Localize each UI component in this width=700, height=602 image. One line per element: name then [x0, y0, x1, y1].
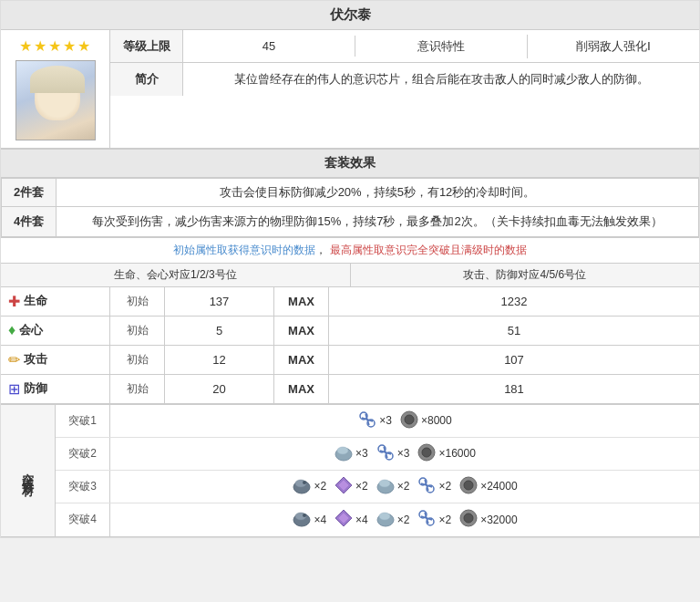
- attr-icon: ✚: [8, 293, 20, 310]
- info-section: 等级上限 45 意识特性 削弱敌人强化Ⅰ 简介 某位曾经存在的伟人的意识芯片，组…: [110, 30, 699, 148]
- attr-icon: ⊞: [8, 380, 20, 398]
- bt-content: ×4 ×4 ×2 ×2: [110, 503, 699, 536]
- attr-row: ⊞ 防御 初始 20 MAX 181: [1, 375, 699, 404]
- attr-name-cell: ♦ 会心: [1, 317, 110, 345]
- mat-item: ×2: [417, 475, 451, 498]
- bt-rows-group: 突破1 ×3 ×8000 突破2: [56, 405, 699, 536]
- attr-section: 初始属性取获得意识时的数据， 最高属性取意识完全突破且满级时的数据 生命、会心对…: [1, 237, 699, 404]
- mat-count: ×24000: [480, 480, 517, 493]
- mat-item: ×2: [417, 508, 451, 531]
- attr-init-val: 12: [165, 346, 274, 374]
- svg-point-7: [337, 447, 348, 454]
- set-effect-header: 套装效果: [1, 149, 699, 178]
- mat-item: ×2: [376, 475, 410, 498]
- mat-item: ×24000: [458, 475, 517, 498]
- mat-icon-crystal: [334, 508, 354, 531]
- title-text: 伏尔泰: [330, 6, 371, 22]
- mat-icon-scissors: [357, 410, 377, 432]
- mat-count: ×3: [397, 447, 410, 460]
- attr-label: 会心: [19, 322, 43, 338]
- character-art: [16, 61, 95, 140]
- attr-name-cell: ⊞ 防御: [1, 375, 110, 403]
- attr-init-label: 初始: [110, 346, 165, 374]
- mat-count: ×3: [379, 414, 392, 427]
- bt-inner-row: 突破1 ×3 ×8000: [56, 405, 699, 438]
- mat-count: ×2: [397, 514, 410, 526]
- attr-max-label: MAX: [274, 287, 329, 316]
- set4-row: 4件套 每次受到伤害，减少伤害来源方的物理防御15%，持续7秒，最多叠加2次。（…: [2, 207, 699, 237]
- avatar-section: ★★★★★: [1, 30, 110, 148]
- mat-icon-scissors: [376, 442, 396, 465]
- mat-item: ×3: [357, 410, 392, 432]
- mat-count: ×32000: [480, 514, 517, 526]
- bt-inner-row: 突破4 ×4 ×4 ×2: [56, 503, 699, 536]
- mat-icon-stone1: [334, 442, 354, 465]
- attr-row: ✚ 生命 初始 137 MAX 1232: [1, 287, 699, 317]
- attr-max-val: 181: [329, 375, 699, 403]
- bt-sub-label: 突破1: [56, 405, 110, 437]
- bt-content: ×3 ×3 ×16000: [110, 438, 699, 470]
- main-container: 伏尔泰 ★★★★★ 等级上限 45 意识特性: [0, 0, 700, 538]
- bt-content: ×3 ×8000: [110, 405, 699, 437]
- bt-outer: 突破素材 突破1 ×3 ×8000 突破2: [1, 405, 699, 537]
- level-label: 等级上限: [110, 30, 183, 62]
- mat-count: ×2: [397, 480, 410, 493]
- attr-label: 生命: [24, 293, 47, 309]
- stars: ★★★★★: [19, 37, 92, 55]
- attr-label: 攻击: [24, 351, 47, 368]
- mat-item: ×3: [376, 442, 410, 465]
- attr-max-val: 51: [329, 317, 699, 345]
- breakthrough-section: 突破素材 突破1 ×3 ×8000 突破2: [1, 404, 699, 537]
- mat-item: ×2: [376, 508, 410, 531]
- mat-item: ×4: [292, 508, 326, 531]
- mat-count: ×4: [314, 514, 326, 526]
- bt-sub-label: 突破3: [56, 471, 110, 503]
- attr-max-val: 107: [329, 346, 699, 374]
- attr-init-label: 初始: [110, 375, 165, 403]
- attr-hint-red: 最高属性取意识完全突破且满级时的数据: [330, 244, 527, 256]
- mat-count: ×2: [438, 480, 451, 493]
- mat-item: ×2: [292, 475, 326, 498]
- svg-point-39: [464, 514, 473, 523]
- top-section: ★★★★★ 等级上限 45 意识特性 削弱敌人强化Ⅰ: [1, 30, 699, 149]
- desc-value: 某位曾经存在的伟人的意识芯片，组合后能在攻击敌人的同时减少敌人的防御。: [183, 63, 699, 96]
- bt-sub-label: 突破2: [56, 438, 110, 470]
- mat-item: ×4: [334, 508, 368, 531]
- mat-count: ×3: [355, 447, 368, 460]
- mat-icon-crystal: [334, 475, 354, 498]
- avatar: [15, 60, 96, 140]
- bt-inner-row: 突破2 ×3 ×3 ×16000: [56, 438, 699, 471]
- attr-sub-header: 生命、会心对应1/2/3号位 攻击、防御对应4/5/6号位: [1, 264, 699, 287]
- mat-count: ×8000: [421, 414, 452, 427]
- mat-count: ×4: [355, 514, 368, 526]
- attr-hint-blue: 初始属性取获得意识时的数据: [173, 244, 315, 256]
- attr-icon: ✏: [8, 351, 20, 368]
- attr-init-val: 137: [165, 287, 274, 316]
- attr-sub-right: 攻击、防御对应4/5/6号位: [351, 264, 700, 286]
- level-row: 等级上限 45 意识特性 削弱敌人强化Ⅰ: [110, 30, 699, 63]
- mat-icon-ring: [458, 508, 479, 531]
- trait-label: 意识特性: [355, 35, 528, 58]
- svg-point-33: [379, 513, 390, 520]
- mat-item: ×8000: [399, 410, 452, 432]
- attr-label: 防御: [24, 380, 47, 397]
- mat-icon-stone2: [292, 508, 312, 531]
- svg-point-26: [464, 481, 473, 490]
- bt-sub-label: 突破4: [56, 503, 110, 536]
- title-row: 伏尔泰: [1, 1, 699, 30]
- attr-init-label: 初始: [110, 287, 165, 316]
- attr-init-val: 20: [165, 375, 274, 403]
- level-value: 45: [183, 36, 355, 57]
- attr-max-label: MAX: [274, 317, 329, 345]
- mat-count: ×2: [355, 480, 368, 493]
- mat-icon-ring: [417, 442, 437, 465]
- attr-max-label: MAX: [274, 375, 329, 403]
- attr-init-label: 初始: [110, 317, 165, 345]
- desc-label: 简介: [110, 63, 183, 96]
- mat-item: ×3: [334, 442, 368, 465]
- attr-hint: 初始属性取获得意识时的数据， 最高属性取意识完全突破且满级时的数据: [1, 238, 699, 264]
- svg-point-5: [405, 415, 414, 424]
- svg-point-29: [303, 514, 306, 517]
- mat-icon-scissors: [417, 475, 437, 498]
- set-table: 2件套 攻击会使目标防御减少20%，持续5秒，有12秒的冷却时间。 4件套 每次…: [1, 178, 699, 237]
